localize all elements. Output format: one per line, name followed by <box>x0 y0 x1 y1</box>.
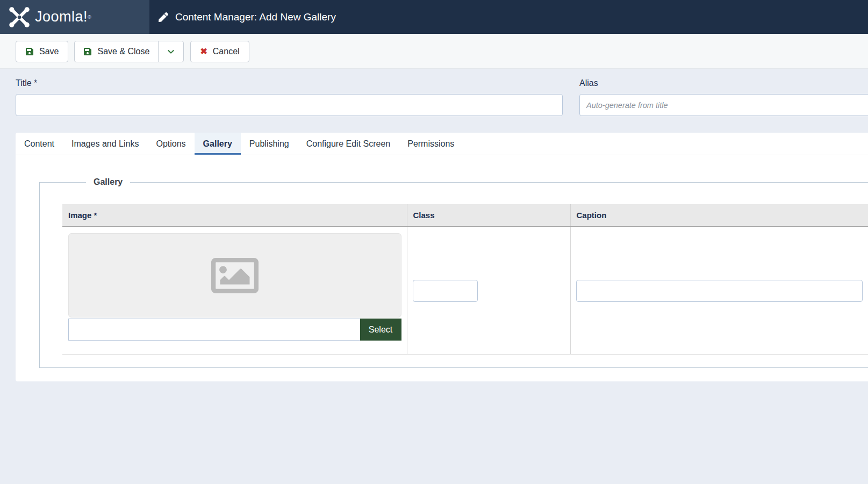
image-cell: Select <box>62 227 407 355</box>
caption-input[interactable] <box>576 280 863 302</box>
gallery-table: Image * Class Caption <box>62 204 868 355</box>
cancel-button[interactable]: ✖ Cancel <box>190 41 249 62</box>
column-header-class: Class <box>407 204 570 227</box>
gallery-fieldset-legend: Gallery <box>86 177 130 187</box>
title-label: Title * <box>16 78 563 88</box>
save-options-dropdown-button[interactable] <box>158 41 184 62</box>
joomla-logo-text: Joomla! <box>35 9 88 25</box>
save-button-label: Save <box>39 47 59 56</box>
edit-tabs: Content Images and Links Options Gallery… <box>16 133 868 155</box>
image-path-input[interactable] <box>68 319 360 341</box>
tab-publishing[interactable]: Publishing <box>241 133 298 155</box>
pencil-icon <box>159 12 168 22</box>
tab-configure-edit-screen[interactable]: Configure Edit Screen <box>298 133 399 155</box>
alias-label: Alias <box>579 78 868 88</box>
tab-images-and-links[interactable]: Images and Links <box>63 133 147 155</box>
cancel-button-label: Cancel <box>213 47 240 56</box>
save-close-button-group: Save & Close <box>74 41 184 62</box>
toolbar: Save Save & Close ✖ Cancel <box>0 34 868 69</box>
media-field-group: Select <box>68 319 401 341</box>
page-title: Content Manager: Add New Gallery <box>175 11 336 23</box>
x-icon: ✖ <box>200 47 207 56</box>
joomla-brand: Joomla!® <box>0 0 149 34</box>
caption-cell <box>570 227 868 355</box>
save-and-close-button[interactable]: Save & Close <box>74 41 159 62</box>
tab-options[interactable]: Options <box>147 133 194 155</box>
title-input[interactable] <box>16 94 563 116</box>
class-input[interactable] <box>413 280 478 302</box>
top-bar: Joomla!® Content Manager: Add New Galler… <box>0 0 868 34</box>
alias-input[interactable] <box>579 94 868 116</box>
floppy-disk-icon <box>25 47 34 56</box>
save-and-close-button-label: Save & Close <box>97 47 149 56</box>
save-button[interactable]: Save <box>16 41 68 62</box>
gallery-table-header-row: Image * Class Caption <box>62 204 868 227</box>
page-title-area: Content Manager: Add New Gallery <box>149 0 336 34</box>
alias-field-group: Alias <box>579 78 868 116</box>
image-icon <box>205 252 265 299</box>
gallery-table-row: Select <box>62 227 868 355</box>
select-image-button[interactable]: Select <box>360 319 401 341</box>
gallery-fieldset: Gallery Image * Class Caption <box>39 177 868 368</box>
tab-content[interactable]: Content <box>16 133 63 155</box>
class-cell <box>407 227 570 355</box>
image-preview <box>68 233 401 317</box>
tab-gallery[interactable]: Gallery <box>195 133 241 155</box>
chevron-down-icon <box>167 47 175 56</box>
title-alias-row: Title * Alias <box>0 69 868 116</box>
content-panel: Content Images and Links Options Gallery… <box>16 133 868 381</box>
tab-permissions[interactable]: Permissions <box>399 133 463 155</box>
joomla-logo-icon <box>9 6 30 28</box>
column-header-caption: Caption <box>570 204 868 227</box>
registered-mark: ® <box>88 15 91 20</box>
floppy-disk-icon <box>83 47 92 56</box>
column-header-image: Image * <box>62 204 407 227</box>
title-field-group: Title * <box>16 78 563 116</box>
